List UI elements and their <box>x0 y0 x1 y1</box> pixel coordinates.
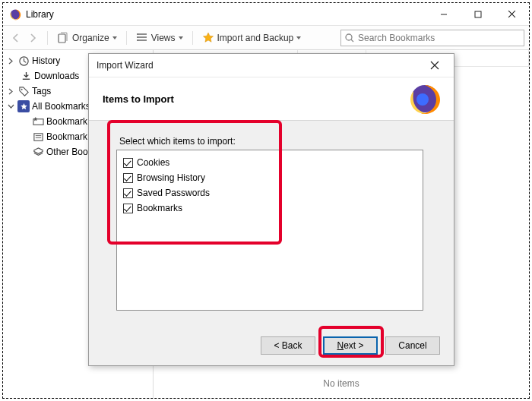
nav-forward-button[interactable] <box>24 30 41 46</box>
chevron-down-icon <box>179 36 183 39</box>
tree-label: Tags <box>32 86 51 96</box>
views-menu[interactable]: Views <box>133 30 186 46</box>
firefox-icon <box>9 8 21 21</box>
checkbox-icon <box>123 173 133 183</box>
checkbox-label: Bookmarks <box>137 203 182 213</box>
checkbox-browsing-history[interactable]: Browsing History <box>123 170 416 185</box>
svg-rect-1 <box>475 11 481 17</box>
nav-back-button[interactable] <box>8 30 24 46</box>
svg-point-5 <box>137 39 138 41</box>
organize-menu[interactable]: Organize <box>54 30 120 46</box>
chevron-down-icon <box>296 36 301 39</box>
svg-point-8 <box>21 88 22 90</box>
tag-icon <box>17 85 30 97</box>
all-bookmarks-icon <box>17 100 30 112</box>
views-icon <box>136 32 148 44</box>
import-wizard-dialog: Import Wizard Items to Import Select whi… <box>88 53 454 366</box>
svg-point-6 <box>346 34 352 40</box>
wizard-footer: < Back Next > Cancel <box>89 326 454 365</box>
tree-label: History <box>32 55 60 66</box>
wizard-titlebar: Import Wizard <box>89 54 454 77</box>
svg-point-12 <box>416 93 429 106</box>
checkbox-label: Cookies <box>137 157 169 168</box>
items-list: Cookies Browsing History Saved Passwords… <box>116 150 423 311</box>
svg-point-3 <box>137 33 138 35</box>
wizard-header: Items to Import <box>89 77 454 121</box>
checkbox-label: Saved Passwords <box>137 188 210 198</box>
minimize-button[interactable] <box>426 3 461 25</box>
search-icon <box>344 33 355 43</box>
close-button[interactable] <box>495 3 529 25</box>
maximize-button[interactable] <box>461 3 495 25</box>
back-button[interactable]: < Back <box>261 336 315 355</box>
search-placeholder: Search Bookmarks <box>358 33 435 43</box>
bookmark-menu-icon <box>32 131 44 143</box>
organize-label: Organize <box>72 33 109 43</box>
wizard-heading: Items to Import <box>103 93 174 105</box>
svg-rect-2 <box>59 34 65 43</box>
svg-point-4 <box>137 36 138 38</box>
views-label: Views <box>151 33 176 43</box>
cancel-button[interactable]: Cancel <box>385 336 440 355</box>
library-toolbar: Organize Views Import and Backup Search … <box>3 26 529 50</box>
chevron-right-icon <box>6 87 15 96</box>
chevron-right-icon <box>6 56 15 65</box>
other-bookmarks-icon <box>32 146 44 158</box>
next-button[interactable]: Next > <box>323 336 378 355</box>
window-controls <box>426 3 529 25</box>
import-backup-label: Import and Backup <box>217 33 294 43</box>
checkbox-bookmarks[interactable]: Bookmarks <box>123 200 416 216</box>
separator <box>47 31 48 45</box>
download-icon <box>20 70 32 82</box>
select-items-label: Select which items to import: <box>119 136 426 147</box>
library-title: Library <box>26 9 54 20</box>
organize-icon <box>57 32 69 44</box>
checkbox-icon <box>123 204 133 213</box>
screenshot-frame: Library Organize Views <box>2 2 530 399</box>
star-icon <box>202 32 214 44</box>
chevron-down-icon <box>112 36 117 39</box>
no-items-label: No items <box>154 378 529 389</box>
library-titlebar: Library <box>3 3 529 26</box>
checkbox-icon <box>123 158 133 168</box>
wizard-close-button[interactable] <box>423 54 446 77</box>
search-input[interactable]: Search Bookmarks <box>340 30 524 46</box>
tree-label: Downloads <box>34 71 79 81</box>
checkbox-label: Browsing History <box>137 172 205 183</box>
bookmark-bar-icon <box>32 115 44 128</box>
wizard-body: Select which items to import: Cookies Br… <box>89 121 454 326</box>
checkbox-saved-passwords[interactable]: Saved Passwords <box>123 185 416 200</box>
wizard-title: Import Wizard <box>97 60 154 71</box>
svg-rect-10 <box>33 133 42 140</box>
import-backup-menu[interactable]: Import and Backup <box>199 30 305 46</box>
separator <box>126 31 127 45</box>
chevron-down-icon <box>6 102 15 111</box>
checkbox-icon <box>123 188 133 198</box>
checkbox-cookies[interactable]: Cookies <box>123 155 416 170</box>
firefox-logo <box>410 84 440 114</box>
tree-label: All Bookmarks <box>32 101 90 112</box>
separator <box>192 31 193 45</box>
history-icon <box>17 55 30 67</box>
